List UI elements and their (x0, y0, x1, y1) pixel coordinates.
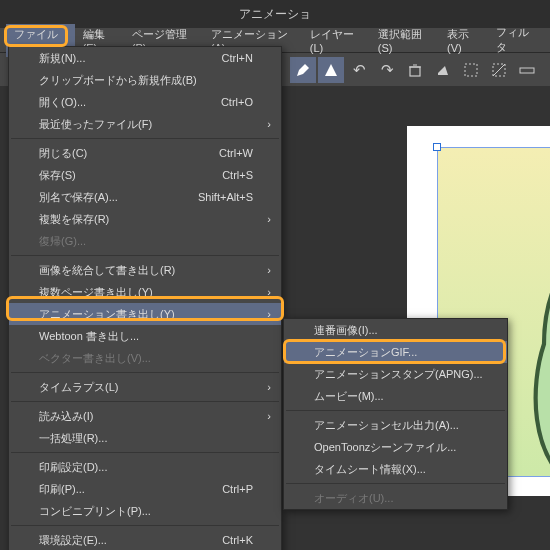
chevron-right-icon: › (267, 118, 271, 130)
menu-item-save[interactable]: 保存(S)Ctrl+S (9, 164, 281, 186)
menu-filter[interactable]: フィルタ (488, 22, 544, 58)
submenu-item-apng[interactable]: アニメーションスタンプ(APNG)... (284, 363, 507, 385)
svg-line-3 (493, 64, 505, 76)
menu-item-revert: 復帰(G)... (9, 230, 281, 252)
svg-rect-4 (520, 68, 534, 73)
submenu-item-cel[interactable]: アニメーションセル出力(A)... (284, 414, 507, 436)
separator (11, 452, 279, 453)
separator (11, 525, 279, 526)
menu-view[interactable]: 表示(V) (439, 24, 488, 57)
menu-item-preferences[interactable]: 環境設定(E)...Ctrl+K (9, 529, 281, 550)
menu-layer[interactable]: レイヤー(L) (302, 24, 370, 57)
tool-pen-icon[interactable] (290, 57, 316, 83)
menu-item-close[interactable]: 閉じる(C)Ctrl+W (9, 142, 281, 164)
submenu-item-gif[interactable]: アニメーションGIF... (284, 341, 507, 363)
separator (11, 372, 279, 373)
menu-item-new-from-clipboard[interactable]: クリップボードから新規作成(B) (9, 69, 281, 91)
menu-item-import[interactable]: 読み込み(I)› (9, 405, 281, 427)
chevron-right-icon: › (267, 308, 271, 320)
menu-item-webtoon-export[interactable]: Webtoon 書き出し... (9, 325, 281, 347)
submenu-item-opentoonz[interactable]: OpenToonzシーンファイル... (284, 436, 507, 458)
chevron-right-icon: › (267, 410, 271, 422)
chevron-right-icon: › (267, 264, 271, 276)
separator (11, 401, 279, 402)
svg-rect-0 (410, 67, 420, 76)
separator (286, 410, 505, 411)
tool-ruler-icon[interactable] (514, 57, 540, 83)
menu-item-convenience-print[interactable]: コンビニプリント(P)... (9, 500, 281, 522)
menu-selection[interactable]: 選択範囲(S) (370, 24, 439, 57)
tool-shape-icon[interactable] (318, 57, 344, 83)
separator (286, 483, 505, 484)
submenu-item-movie[interactable]: ムービー(M)... (284, 385, 507, 407)
chevron-right-icon: › (267, 381, 271, 393)
menu-item-flatten-export[interactable]: 画像を統合して書き出し(R)› (9, 259, 281, 281)
file-menu-dropdown: 新規(N)...Ctrl+N クリップボードから新規作成(B) 開く(O)...… (8, 46, 282, 550)
tool-selectall-icon[interactable] (458, 57, 484, 83)
menu-item-print[interactable]: 印刷(P)...Ctrl+P (9, 478, 281, 500)
menu-item-multipage-export[interactable]: 複数ページ書き出し(Y)› (9, 281, 281, 303)
menu-item-batch[interactable]: 一括処理(R)... (9, 427, 281, 449)
separator (11, 255, 279, 256)
menu-item-print-settings[interactable]: 印刷設定(D)... (9, 456, 281, 478)
menu-item-animation-export[interactable]: アニメーション書き出し(Y)› (9, 303, 281, 325)
menu-item-new[interactable]: 新規(N)...Ctrl+N (9, 47, 281, 69)
submenu-item-audio: オーディオ(U)... (284, 487, 507, 509)
submenu-item-sequence[interactable]: 連番画像(I)... (284, 319, 507, 341)
separator (11, 138, 279, 139)
chevron-right-icon: › (267, 213, 271, 225)
animation-export-submenu: 連番画像(I)... アニメーションGIF... アニメーションスタンプ(APN… (283, 318, 508, 510)
tool-deselect-icon[interactable] (486, 57, 512, 83)
menu-item-vector-export: ベクター書き出し(V)... (9, 347, 281, 369)
chevron-right-icon: › (267, 286, 271, 298)
tool-redo-icon[interactable]: ↷ (374, 57, 400, 83)
menu-item-open[interactable]: 開く(O)...Ctrl+O (9, 91, 281, 113)
tool-undo-icon[interactable]: ↶ (346, 57, 372, 83)
tool-fill-icon[interactable] (430, 57, 456, 83)
submenu-item-timesheet[interactable]: タイムシート情報(X)... (284, 458, 507, 480)
svg-rect-1 (465, 64, 477, 76)
menu-item-recent[interactable]: 最近使ったファイル(F)› (9, 113, 281, 135)
tool-clear-icon[interactable] (402, 57, 428, 83)
menu-item-timelapse[interactable]: タイムラプス(L)› (9, 376, 281, 398)
selection-handle[interactable] (433, 143, 441, 151)
menu-item-save-duplicate[interactable]: 複製を保存(R)› (9, 208, 281, 230)
menu-item-save-as[interactable]: 別名で保存(A)...Shift+Alt+S (9, 186, 281, 208)
